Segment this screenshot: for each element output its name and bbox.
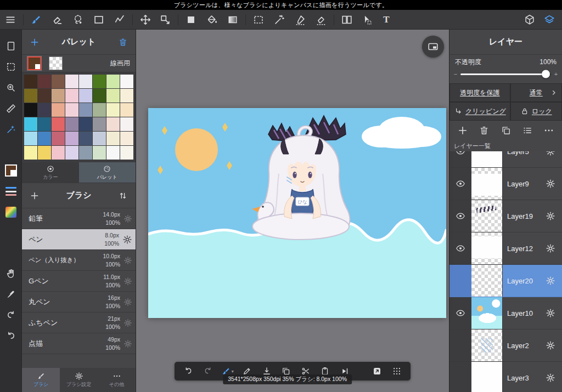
brush-row[interactable]: 丸ペン 16px100% bbox=[22, 292, 136, 313]
layer-thumbnail[interactable] bbox=[471, 232, 503, 264]
palette-color[interactable] bbox=[79, 89, 92, 103]
sort-brushes-button[interactable] bbox=[118, 191, 128, 201]
tab-color[interactable]: カラー bbox=[22, 162, 79, 183]
brush-settings-gear-icon[interactable] bbox=[123, 298, 132, 306]
tab-brush[interactable]: ブラシ bbox=[22, 368, 60, 392]
split-view-button[interactable] bbox=[339, 12, 355, 28]
brush-settings-gear-icon[interactable] bbox=[123, 339, 132, 348]
layer-row[interactable]: Layer2 bbox=[449, 329, 562, 362]
blend-mode-button[interactable]: 通常 bbox=[510, 83, 562, 102]
palette-color[interactable] bbox=[79, 117, 92, 131]
sidebar-item-marquee[interactable] bbox=[1, 56, 21, 77]
sidebar-item-hand[interactable] bbox=[1, 263, 21, 284]
layer-settings-gear-icon[interactable] bbox=[546, 276, 555, 286]
opacity-increase[interactable]: + bbox=[553, 71, 559, 77]
layer-visibility-toggle[interactable] bbox=[449, 168, 471, 200]
delete-layer-button[interactable] bbox=[479, 125, 490, 136]
palette-color[interactable] bbox=[106, 89, 120, 103]
menu-button[interactable] bbox=[2, 12, 19, 28]
brush-settings-gear-icon[interactable] bbox=[123, 319, 132, 327]
palette-color[interactable] bbox=[38, 117, 51, 131]
layer-thumbnail[interactable] bbox=[471, 200, 503, 232]
layer-settings-gear-icon[interactable] bbox=[546, 179, 555, 189]
sidebar-item-ruler[interactable] bbox=[1, 98, 21, 119]
sidebar-item-document[interactable] bbox=[1, 36, 21, 56]
layer-row[interactable]: Layer12 bbox=[449, 232, 562, 265]
brush-row[interactable]: 鉛筆 14.0px100% bbox=[22, 208, 136, 229]
select-eraser-tool-button[interactable] bbox=[313, 12, 329, 28]
palette-color[interactable] bbox=[120, 103, 133, 117]
brush-settings-gear-icon[interactable] bbox=[123, 277, 132, 286]
palette-color[interactable] bbox=[106, 146, 120, 160]
layer-row[interactable]: Layer5 bbox=[449, 151, 562, 168]
brush-row[interactable]: ふちペン 21px100% bbox=[22, 313, 136, 333]
layer-settings-gear-icon[interactable] bbox=[546, 243, 555, 253]
redo-button[interactable] bbox=[201, 364, 215, 378]
layer-row[interactable]: Layer3 bbox=[449, 362, 562, 392]
layer-visibility-toggle[interactable] bbox=[449, 362, 471, 392]
tab-palette[interactable]: パレット bbox=[79, 162, 136, 183]
brush-settings-gear-icon[interactable] bbox=[123, 214, 132, 223]
layer-thumbnail[interactable] bbox=[471, 297, 503, 329]
palette-color[interactable] bbox=[93, 146, 106, 160]
palette-color[interactable] bbox=[65, 132, 78, 145]
palette-color[interactable] bbox=[79, 132, 92, 145]
palette-color[interactable] bbox=[79, 146, 92, 160]
layer-visibility-toggle[interactable] bbox=[449, 200, 471, 232]
text-tool-button[interactable]: T bbox=[378, 12, 395, 28]
palette-color[interactable] bbox=[65, 89, 78, 103]
layers-panel-button[interactable] bbox=[541, 12, 558, 28]
canvas-artwork[interactable]: ひな bbox=[148, 108, 446, 318]
select-pen-tool-button[interactable] bbox=[292, 12, 308, 28]
palette-color[interactable] bbox=[79, 75, 92, 88]
palette-color[interactable] bbox=[120, 132, 133, 145]
add-palette-color-button[interactable] bbox=[30, 37, 40, 47]
palette-color[interactable] bbox=[65, 75, 78, 88]
palette-color[interactable] bbox=[24, 75, 37, 88]
palette-color[interactable] bbox=[38, 89, 51, 103]
layer-visibility-toggle[interactable] bbox=[449, 151, 471, 167]
eraser-tool-button[interactable] bbox=[49, 12, 65, 28]
layer-settings-gear-icon[interactable] bbox=[546, 340, 555, 350]
layer-settings-gear-icon[interactable] bbox=[546, 308, 555, 318]
undo-button[interactable] bbox=[181, 364, 195, 378]
select-cursor-tool-button[interactable] bbox=[358, 12, 375, 28]
palette-color[interactable] bbox=[65, 103, 78, 117]
add-layer-button[interactable] bbox=[457, 125, 468, 136]
transform-tool-button[interactable] bbox=[157, 12, 173, 28]
bucket-tool-button[interactable] bbox=[204, 12, 220, 28]
move-tool-button[interactable] bbox=[137, 12, 154, 28]
magic-wand-tool-button[interactable] bbox=[271, 12, 288, 28]
foreground-color-well[interactable] bbox=[1, 160, 21, 181]
material-3d-button[interactable] bbox=[521, 12, 538, 28]
layer-thumbnail[interactable] bbox=[471, 265, 503, 297]
current-color-swatch[interactable] bbox=[27, 56, 41, 70]
export-button[interactable] bbox=[370, 364, 384, 378]
layer-row[interactable]: Layer10 bbox=[449, 297, 562, 329]
canvas-preview-button[interactable] bbox=[422, 36, 444, 58]
transparent-color-swatch[interactable] bbox=[49, 56, 63, 70]
sidebar-item-decoration-brush[interactable] bbox=[1, 119, 21, 140]
sidebar-redo-button[interactable] bbox=[1, 305, 21, 326]
palette-color[interactable] bbox=[65, 146, 78, 160]
palette-color[interactable] bbox=[52, 117, 65, 131]
palette-color[interactable] bbox=[38, 103, 51, 117]
palette-color[interactable] bbox=[106, 132, 120, 145]
palette-color[interactable] bbox=[120, 146, 133, 160]
brush-row[interactable]: ペン（入り抜き） 10.0px100% bbox=[22, 250, 136, 271]
layer-visibility-toggle[interactable] bbox=[449, 297, 471, 329]
sidebar-item-color-mixer[interactable] bbox=[1, 202, 21, 223]
brush-row[interactable]: 点描 49px100% bbox=[22, 333, 136, 354]
palette-color[interactable] bbox=[52, 75, 65, 88]
layer-visibility-toggle[interactable] bbox=[449, 329, 471, 361]
sidebar-item-zoom[interactable] bbox=[1, 77, 21, 98]
opacity-slider-knob[interactable] bbox=[542, 70, 550, 78]
palette-color[interactable] bbox=[52, 132, 65, 145]
brush-tool-button[interactable] bbox=[28, 12, 44, 28]
sidebar-item-eyedropper[interactable] bbox=[1, 284, 21, 305]
palette-color[interactable] bbox=[52, 89, 65, 103]
palette-color[interactable] bbox=[38, 146, 51, 160]
protect-alpha-button[interactable]: 透明度を保護 bbox=[449, 83, 510, 102]
add-brush-button[interactable] bbox=[30, 191, 40, 201]
fill-rect-tool-button[interactable] bbox=[183, 12, 199, 28]
